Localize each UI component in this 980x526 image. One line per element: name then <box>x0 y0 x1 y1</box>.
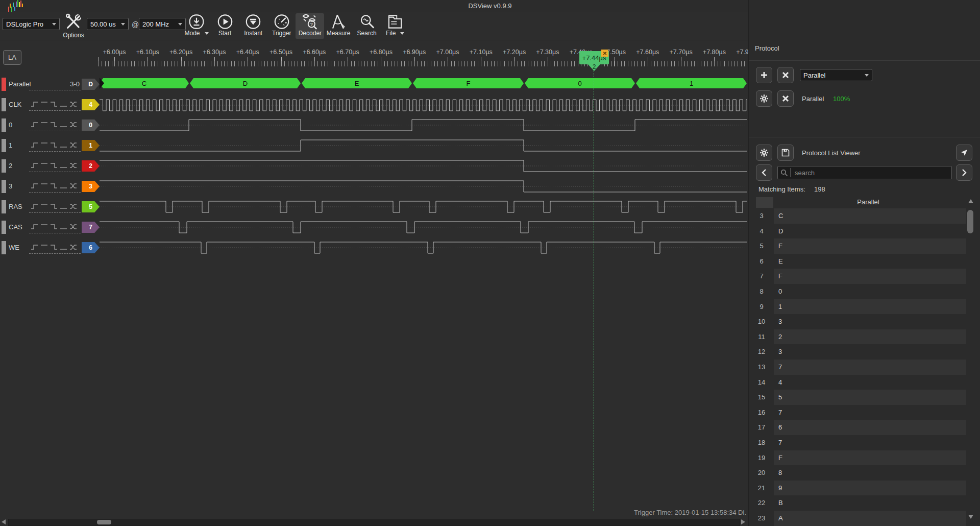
options-button[interactable]: Options <box>62 12 85 39</box>
search-button[interactable]: Search <box>353 13 381 39</box>
falling-edge-trigger-icon[interactable] <box>50 203 58 209</box>
falling-edge-trigger-icon[interactable] <box>50 162 58 169</box>
channel-tag[interactable]: D <box>82 79 100 90</box>
decoder-button[interactable]: ?Decoder <box>296 13 324 39</box>
high-level-trigger-icon[interactable] <box>40 224 48 230</box>
table-row[interactable]: 219 <box>749 481 980 496</box>
table-row[interactable]: 4D <box>749 224 980 239</box>
any-edge-trigger-icon[interactable] <box>69 142 77 148</box>
search-next-button[interactable] <box>956 164 972 181</box>
high-level-trigger-icon[interactable] <box>40 203 48 209</box>
table-value-cell[interactable] <box>774 375 966 390</box>
table-value-cell[interactable] <box>774 360 966 375</box>
high-level-trigger-icon[interactable] <box>40 101 48 107</box>
save-list-button[interactable] <box>777 145 794 161</box>
table-value-cell[interactable] <box>774 269 966 284</box>
horizontal-scrollbar-thumb[interactable] <box>97 520 111 524</box>
sample-rate-select[interactable]: 200 MHz <box>139 18 186 30</box>
rising-edge-trigger-icon[interactable] <box>31 183 38 189</box>
vertical-scrollbar-thumb[interactable] <box>967 210 973 233</box>
table-row[interactable]: 137 <box>749 360 980 375</box>
channel-tag[interactable]: 2 <box>82 160 100 172</box>
table-value-cell[interactable] <box>774 329 966 345</box>
table-row[interactable]: 22B <box>749 495 980 511</box>
channel-tag[interactable]: 4 <box>82 99 100 110</box>
channel-color-swatch[interactable] <box>2 139 6 152</box>
channel-tag[interactable]: 5 <box>82 201 100 212</box>
file-button[interactable]: File <box>381 13 409 39</box>
high-level-trigger-icon[interactable] <box>40 244 48 250</box>
table-value-cell[interactable] <box>774 390 966 405</box>
channel-color-swatch[interactable] <box>2 118 6 132</box>
high-level-trigger-icon[interactable] <box>40 162 48 169</box>
channel-tag[interactable]: 1 <box>82 140 100 151</box>
list-settings-button[interactable] <box>756 145 772 161</box>
trigger-button[interactable]: Trigger <box>267 13 296 39</box>
channel-color-swatch[interactable] <box>2 180 6 193</box>
table-row[interactable]: 103 <box>749 314 980 329</box>
table-row[interactable]: 5F <box>749 238 980 254</box>
table-value-cell[interactable] <box>774 511 966 526</box>
table-value-cell[interactable] <box>774 405 966 420</box>
start-button[interactable]: Start <box>211 13 239 39</box>
table-row[interactable]: 80 <box>749 284 980 299</box>
search-input[interactable] <box>794 169 939 177</box>
device-select[interactable]: DSLogic Pro <box>3 18 60 30</box>
cursor-line[interactable] <box>594 70 594 511</box>
table-row[interactable]: 7F <box>749 269 980 284</box>
remove-decoder-button[interactable] <box>777 90 794 107</box>
falling-edge-trigger-icon[interactable] <box>50 122 58 128</box>
any-edge-trigger-icon[interactable] <box>69 101 77 107</box>
table-value-cell[interactable] <box>774 344 966 360</box>
table-row[interactable]: 3C <box>749 208 980 224</box>
search-prev-button[interactable] <box>756 164 772 181</box>
horizontal-scrollbar[interactable] <box>8 519 740 526</box>
table-value-cell[interactable] <box>774 465 966 481</box>
jump-to-row-button[interactable] <box>956 145 972 161</box>
table-row[interactable]: 6E <box>749 254 980 269</box>
falling-edge-trigger-icon[interactable] <box>50 244 58 250</box>
decoder-select[interactable]: Parallel <box>800 69 872 81</box>
table-row[interactable]: 187 <box>749 435 980 450</box>
table-value-cell[interactable] <box>774 208 966 224</box>
channel-color-swatch[interactable] <box>2 221 6 234</box>
table-value-cell[interactable] <box>774 299 966 315</box>
any-edge-trigger-icon[interactable] <box>69 162 77 169</box>
falling-edge-trigger-icon[interactable] <box>50 224 58 230</box>
table-row[interactable]: 208 <box>749 465 980 481</box>
table-value-cell[interactable] <box>774 420 966 435</box>
table-value-cell[interactable] <box>774 495 966 511</box>
vscroll-up-arrow-icon[interactable] <box>968 199 973 203</box>
table-row[interactable]: 91 <box>749 299 980 315</box>
rising-edge-trigger-icon[interactable] <box>31 122 38 128</box>
add-decoder-button[interactable] <box>756 67 772 83</box>
high-level-trigger-icon[interactable] <box>40 122 48 128</box>
table-value-cell[interactable] <box>774 435 966 450</box>
low-level-trigger-icon[interactable] <box>60 162 67 169</box>
channel-color-swatch[interactable] <box>2 98 6 111</box>
low-level-trigger-icon[interactable] <box>60 101 67 107</box>
mode-button[interactable]: Mode <box>182 13 211 39</box>
channel-color-swatch[interactable] <box>2 78 6 91</box>
table-value-cell[interactable] <box>774 238 966 254</box>
low-level-trigger-icon[interactable] <box>60 224 67 230</box>
low-level-trigger-icon[interactable] <box>60 203 67 209</box>
measure-button[interactable]: Measure <box>324 13 353 39</box>
low-level-trigger-icon[interactable] <box>60 142 67 148</box>
table-value-cell[interactable] <box>774 450 966 466</box>
low-level-trigger-icon[interactable] <box>60 183 67 189</box>
any-edge-trigger-icon[interactable] <box>69 122 77 128</box>
any-edge-trigger-icon[interactable] <box>69 183 77 189</box>
table-row[interactable]: 23A <box>749 511 980 526</box>
high-level-trigger-icon[interactable] <box>40 183 48 189</box>
rising-edge-trigger-icon[interactable] <box>31 142 38 148</box>
hscroll-left-arrow-icon[interactable] <box>2 519 6 524</box>
table-value-cell[interactable] <box>774 481 966 496</box>
channel-color-swatch[interactable] <box>2 200 6 213</box>
instant-button[interactable]: Instant <box>239 13 267 39</box>
low-level-trigger-icon[interactable] <box>60 122 67 128</box>
cursor-close-icon[interactable]: ✕ <box>601 50 608 57</box>
channel-color-swatch[interactable] <box>2 241 6 254</box>
table-value-cell[interactable] <box>774 224 966 239</box>
channel-color-swatch[interactable] <box>2 159 6 173</box>
